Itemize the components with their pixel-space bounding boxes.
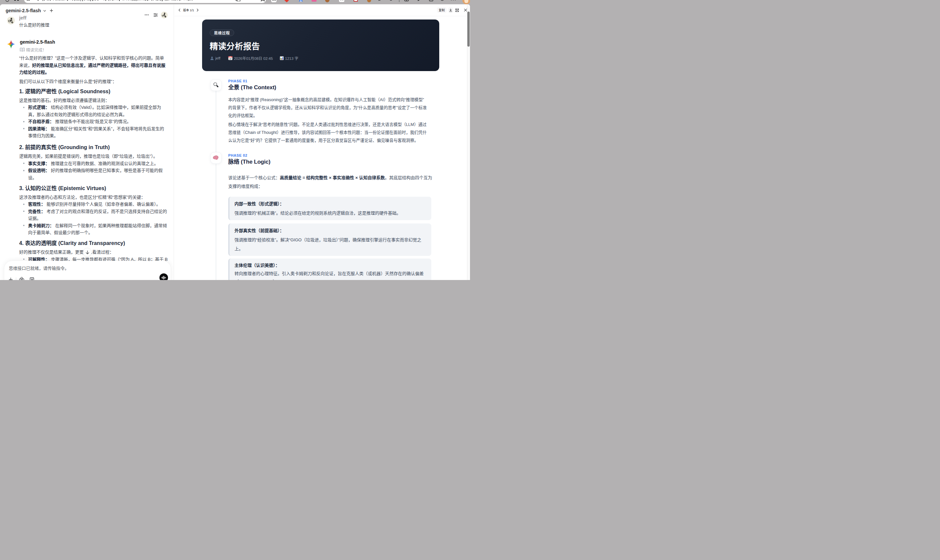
svg-text:5: 5: [12, 22, 12, 23]
svg-text:JUL: JUL: [230, 56, 231, 57]
svg-text:17: 17: [229, 58, 231, 60]
